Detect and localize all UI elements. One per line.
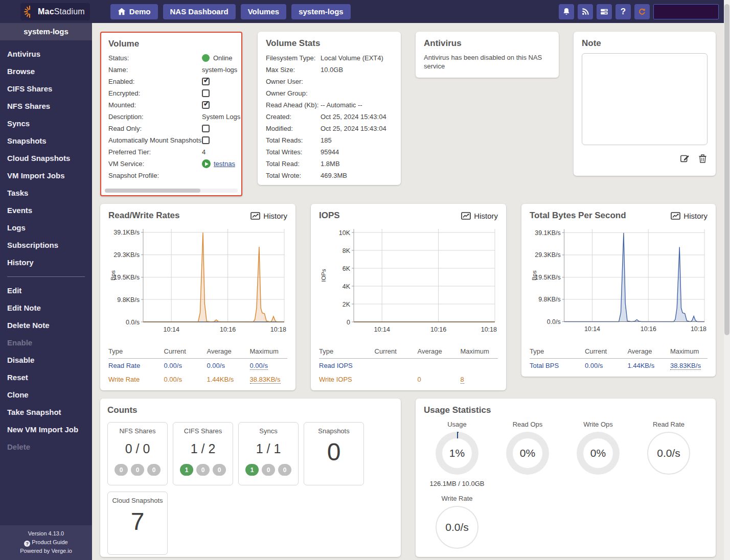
sidebar-action-edit-note[interactable]: Edit Note bbox=[0, 299, 92, 317]
sidebar-item-browse[interactable]: Browse bbox=[0, 63, 92, 80]
counts-card: Counts NFS Shares 0 / 0 0 0 0 CIFS Share… bbox=[100, 399, 401, 557]
sidebar-action-delete-note[interactable]: Delete Note bbox=[0, 317, 92, 334]
volume-field-preferred-tier: Preferred Tier: 4 bbox=[101, 146, 241, 158]
sidebar-item-snapshots[interactable]: Snapshots bbox=[0, 132, 92, 150]
usage-sub-text: 126.1MB / 10.0GB bbox=[424, 480, 490, 487]
usage-statistics-title: Usage Statistics bbox=[424, 405, 708, 415]
sidebar-action-disable[interactable]: Disable bbox=[0, 352, 92, 369]
servers-button[interactable] bbox=[597, 4, 612, 19]
svg-text:Bps: Bps bbox=[110, 270, 116, 281]
svg-text:0: 0 bbox=[347, 319, 350, 326]
stat-filesystem-type: Filesystem Type:Local Volume (EXT4) bbox=[266, 52, 393, 64]
tile-snapshots[interactable]: Snapshots 0 bbox=[304, 422, 364, 485]
row-summary: Counts NFS Shares 0 / 0 0 0 0 CIFS Share… bbox=[100, 399, 716, 557]
sidebar-action-enable: Enable bbox=[0, 334, 92, 352]
tile-syncs[interactable]: Syncs 1 / 1 1 0 0 bbox=[238, 422, 299, 485]
sidebar-item-vm-import-jobs[interactable]: VM Import Jobs bbox=[0, 167, 92, 184]
total-bytes-table: TypeCurrentAverageMaximum Total BPS0.00/… bbox=[530, 344, 708, 372]
stat-total-reads: Total Reads:185 bbox=[266, 134, 393, 146]
sidebar-item-subscriptions[interactable]: Subscriptions bbox=[0, 237, 92, 254]
sidebar-item-antivirus[interactable]: Antivirus bbox=[0, 45, 92, 63]
sidebar-action-new-vm-import-job[interactable]: New VM Import Job bbox=[0, 421, 92, 438]
breadcrumb-nas-dashboard[interactable]: NAS Dashboard bbox=[163, 4, 236, 19]
history-chart-icon bbox=[671, 212, 680, 220]
powered-by-text: Powered by Verge.io bbox=[0, 547, 92, 555]
sidebar-item-cloud-snapshots[interactable]: Cloud Snapshots bbox=[0, 150, 92, 167]
volume-field-name: Name: system-logs bbox=[101, 64, 241, 76]
delete-note-icon[interactable] bbox=[698, 153, 708, 164]
volume-field-description: Description: System Logs (d bbox=[101, 111, 241, 123]
sidebar-item-nfs-shares[interactable]: NFS Shares bbox=[0, 98, 92, 115]
counts-title: Counts bbox=[107, 405, 394, 415]
read-write-rates-chart: 0.0/s9.8KB/s19.5KB/s29.3KB/s39.1KB/s10:1… bbox=[108, 223, 287, 341]
count-pill-online: 1 bbox=[245, 464, 259, 476]
svg-text:10:14: 10:14 bbox=[584, 325, 600, 333]
sidebar-action-take-snapshot[interactable]: Take Snapshot bbox=[0, 404, 92, 421]
topbar-actions: ? bbox=[559, 4, 719, 19]
volume-field-mounted: Mounted: bbox=[101, 99, 241, 111]
stat-owner-user: Owner User: bbox=[266, 76, 393, 87]
feeds-button[interactable] bbox=[578, 4, 593, 19]
product-guide-link[interactable]: ?Product Guide bbox=[0, 538, 92, 547]
breadcrumb-demo[interactable]: Demo bbox=[110, 4, 158, 19]
page-scrollbar-thumb[interactable] bbox=[724, 4, 729, 335]
play-icon bbox=[202, 159, 211, 168]
encrypted-checkbox[interactable] bbox=[202, 89, 210, 97]
tile-nfs-shares[interactable]: NFS Shares 0 / 0 0 0 0 bbox=[107, 422, 168, 485]
svg-text:39.1KB/s: 39.1KB/s bbox=[535, 229, 560, 237]
iops-history-link[interactable]: History bbox=[461, 212, 498, 220]
svg-text:10:16: 10:16 bbox=[220, 326, 236, 333]
sidebar-action-reset[interactable]: Reset bbox=[0, 369, 92, 386]
volume-stats-title: Volume Stats bbox=[266, 38, 393, 49]
home-icon bbox=[118, 8, 126, 15]
svg-text:10K: 10K bbox=[339, 229, 351, 237]
read-write-rates-table: TypeCurrentAverageMaximum Read Rate0.00/… bbox=[108, 344, 287, 386]
sidebar-item-events[interactable]: Events bbox=[0, 202, 92, 219]
sidebar-nav: Antivirus Browse CIFS Shares NFS Shares … bbox=[0, 40, 92, 456]
stat-read-ahead: Read Ahead (Kb):-- Automatic -- bbox=[266, 99, 393, 111]
sidebar-divider bbox=[7, 276, 85, 277]
count-pill: 0 bbox=[131, 464, 144, 476]
notifications-button[interactable] bbox=[559, 4, 574, 19]
sidebar-item-history[interactable]: History bbox=[0, 254, 92, 271]
status-online-dot bbox=[202, 54, 210, 62]
logo-text: MacStadium bbox=[38, 7, 85, 16]
sidebar-item-cifs-shares[interactable]: CIFS Shares bbox=[0, 80, 92, 98]
sidebar-item-logs[interactable]: Logs bbox=[0, 219, 92, 237]
usage-gauges-row2: Write Rate 0.0/s bbox=[424, 495, 708, 549]
refresh-button[interactable] bbox=[634, 4, 650, 19]
sidebar-action-clone[interactable]: Clone bbox=[0, 386, 92, 404]
edit-note-icon[interactable] bbox=[680, 153, 690, 164]
tile-cloud-snapshots[interactable]: Cloud Snapshots 7 bbox=[107, 492, 168, 555]
read-write-history-link[interactable]: History bbox=[250, 212, 287, 220]
help-button[interactable]: ? bbox=[615, 4, 631, 19]
note-textarea[interactable] bbox=[582, 53, 708, 145]
volume-card-hscrollbar bbox=[105, 189, 238, 193]
version-text: Version 4.13.0 bbox=[0, 529, 92, 538]
breadcrumb-system-logs[interactable]: system-logs bbox=[291, 4, 351, 19]
enabled-checkbox[interactable] bbox=[202, 78, 210, 85]
total-bytes-chart: 0.0/s9.8KB/s19.5KB/s29.3KB/s39.1KB/s10:1… bbox=[530, 223, 708, 341]
auto-mount-snapshots-checkbox[interactable] bbox=[202, 136, 210, 144]
search-input[interactable] bbox=[653, 4, 719, 19]
sidebar-item-syncs[interactable]: Syncs bbox=[0, 115, 92, 132]
write-ops-donut: 0% bbox=[577, 432, 620, 475]
mounted-checkbox[interactable] bbox=[202, 101, 210, 109]
svg-text:10:18: 10:18 bbox=[481, 326, 497, 333]
volume-card-hscrollbar-thumb[interactable] bbox=[105, 189, 200, 193]
svg-text:0.0/s: 0.0/s bbox=[126, 319, 140, 326]
tile-cifs-shares[interactable]: CIFS Shares 1 / 2 1 0 0 bbox=[173, 422, 233, 485]
antivirus-card: Antivirus Antivirus has been disabled on… bbox=[416, 32, 559, 78]
sidebar-action-edit[interactable]: Edit bbox=[0, 282, 92, 299]
breadcrumb-volumes[interactable]: Volumes bbox=[241, 4, 286, 19]
history-chart-icon bbox=[250, 212, 260, 220]
help-circle-icon: ? bbox=[24, 541, 30, 547]
total-bytes-history-link[interactable]: History bbox=[671, 212, 708, 220]
question-icon: ? bbox=[621, 7, 626, 17]
read-only-checkbox[interactable] bbox=[202, 125, 210, 132]
stat-max-size: Max Size:10.0GB bbox=[266, 64, 393, 76]
svg-text:39.1KB/s: 39.1KB/s bbox=[113, 229, 140, 236]
testnas-link[interactable]: testnas bbox=[214, 160, 235, 168]
sidebar-item-tasks[interactable]: Tasks bbox=[0, 184, 92, 202]
rss-icon bbox=[581, 7, 590, 16]
